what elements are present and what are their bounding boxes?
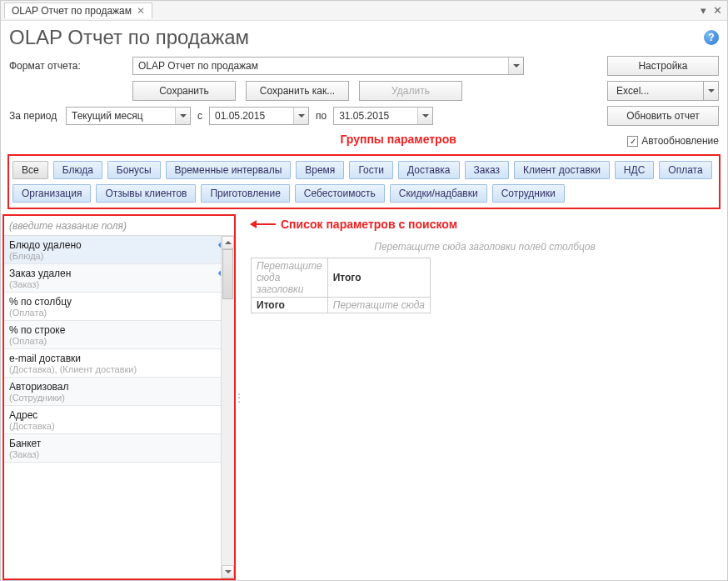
period-value: Текущий месяц <box>67 110 175 122</box>
chevron-down-icon[interactable] <box>293 108 308 124</box>
annotation-groups: Группы параметров <box>9 133 621 146</box>
group-pill[interactable]: Оплата <box>659 161 711 179</box>
field-item[interactable]: Заказ удален(Заказ)♦ <box>4 264 234 293</box>
field-category: (Оплата) <box>9 308 229 318</box>
to-date[interactable]: 31.05.2015 <box>333 107 433 125</box>
settings-button[interactable]: Настройка <box>607 56 719 76</box>
field-item[interactable]: % по столбцу(Оплата) <box>4 293 234 321</box>
chevron-down-icon[interactable] <box>417 108 432 124</box>
group-pill[interactable]: Все <box>12 161 48 179</box>
window-dropdown-icon[interactable]: ▾ <box>701 4 706 17</box>
group-pill[interactable]: Блюда <box>53 161 102 179</box>
parameter-groups: ВсеБлюдаБонусыВременные интервалыВремяГо… <box>7 154 721 209</box>
row-drop-hint-1: Перетащите <box>257 260 322 272</box>
field-name: Авторизовал <box>9 381 229 393</box>
row-drop-hint-2: сюда заголовки <box>257 272 322 295</box>
excel-button[interactable]: Excel... <box>607 81 719 101</box>
auto-refresh-checkbox[interactable] <box>627 136 638 147</box>
period-select[interactable]: Текущий месяц <box>66 107 191 125</box>
field-list: Блюдо удалено(Блюда)♦Заказ удален(Заказ)… <box>4 236 234 578</box>
window-close-icon[interactable]: ✕ <box>713 4 722 17</box>
page-title: OLAP Отчет по продажам <box>9 26 249 49</box>
refresh-button[interactable]: Обновить отчет <box>607 106 719 126</box>
field-category: (Оплата) <box>9 336 229 346</box>
column-drop-hint[interactable]: Перетащите сюда заголовки полей столбцов <box>251 241 719 253</box>
from-label: с <box>197 110 202 122</box>
group-pill[interactable]: Клиент доставки <box>514 161 610 179</box>
splitter-handle[interactable]: ⋮ <box>236 214 242 580</box>
from-date[interactable]: 01.05.2015 <box>209 107 309 125</box>
field-category: (Заказ) <box>9 449 229 459</box>
field-name: Адрес <box>9 409 229 421</box>
group-pill[interactable]: Время <box>296 161 344 179</box>
scroll-up-icon[interactable] <box>222 236 234 249</box>
field-category: (Доставка), (Клиент доставки) <box>9 364 229 374</box>
field-item[interactable]: Адрес(Доставка) <box>4 406 234 434</box>
chevron-down-icon[interactable] <box>175 108 190 124</box>
field-item[interactable]: Банкет(Заказ) <box>4 434 234 463</box>
field-item[interactable]: Авторизовал(Сотрудники) <box>4 378 234 406</box>
annotation-list: Список параметров с поиском <box>281 218 457 231</box>
help-icon[interactable]: ? <box>704 30 719 45</box>
to-label: по <box>316 110 327 122</box>
scroll-thumb[interactable] <box>222 249 233 299</box>
field-name: Блюдо удалено <box>9 239 229 251</box>
field-sidebar: (введите название поля) Блюдо удалено(Бл… <box>2 214 236 580</box>
chevron-down-icon[interactable] <box>508 58 523 74</box>
field-item[interactable]: % по строке(Оплата) <box>4 321 234 349</box>
format-value: OLAP Отчет по продажам <box>133 60 508 72</box>
scroll-down-icon[interactable] <box>222 565 234 578</box>
format-label: Формат отчета: <box>9 60 126 72</box>
from-value: 01.05.2015 <box>210 110 293 122</box>
data-drop-hint[interactable]: Перетащите сюда <box>327 298 430 313</box>
tab-bar: OLAP Отчет по продажам ✕ ▾ ✕ <box>1 1 727 21</box>
field-name: e-mail доставки <box>9 353 229 364</box>
field-category: (Доставка) <box>9 421 229 431</box>
field-name: Заказ удален <box>9 268 229 279</box>
group-pill[interactable]: Доставка <box>398 161 460 179</box>
format-select[interactable]: OLAP Отчет по продажам <box>132 57 524 75</box>
group-pill[interactable]: Гости <box>349 161 393 179</box>
group-pill[interactable]: Себестоимость <box>295 184 385 203</box>
field-category: (Блюда) <box>9 251 229 261</box>
group-pill[interactable]: Бонусы <box>107 161 161 179</box>
period-label: За период <box>9 110 59 122</box>
group-pill[interactable]: Приготовление <box>201 184 289 203</box>
group-pill[interactable]: НДС <box>615 161 654 179</box>
scrollbar[interactable] <box>221 236 234 578</box>
tab-olap-report[interactable]: OLAP Отчет по продажам ✕ <box>4 3 152 18</box>
row-total-header: Итого <box>252 298 328 313</box>
save-as-button[interactable]: Сохранить как... <box>246 81 349 101</box>
pivot-grid[interactable]: Перетащите сюда заголовки Итого Итого Пе… <box>251 258 431 313</box>
field-item[interactable]: Блюдо удалено(Блюда)♦ <box>4 236 234 264</box>
close-icon[interactable]: ✕ <box>137 5 145 17</box>
search-input[interactable]: (введите название поля) <box>4 220 234 232</box>
auto-refresh-label: Автообновление <box>641 135 719 147</box>
col-total-header: Итого <box>327 258 430 298</box>
field-name: % по строке <box>9 324 229 336</box>
to-value: 31.05.2015 <box>334 110 417 122</box>
group-pill[interactable]: Отзывы клиентов <box>96 184 196 203</box>
group-pill[interactable]: Сотрудники <box>492 184 565 203</box>
group-pill[interactable]: Временные интервалы <box>166 161 292 179</box>
tab-label: OLAP Отчет по продажам <box>12 5 132 17</box>
field-category: (Заказ) <box>9 279 229 289</box>
field-item[interactable]: e-mail доставки(Доставка), (Клиент доста… <box>4 349 234 378</box>
field-category: (Сотрудники) <box>9 393 229 403</box>
group-pill[interactable]: Заказ <box>465 161 509 179</box>
group-pill[interactable]: Скидки/надбавки <box>390 184 487 203</box>
arrow-icon <box>251 223 276 225</box>
excel-label: Excel... <box>616 85 649 97</box>
chevron-down-icon[interactable] <box>703 82 718 100</box>
delete-button[interactable]: Удалить <box>359 81 462 101</box>
save-button[interactable]: Сохранить <box>132 81 236 101</box>
field-name: Банкет <box>9 438 229 449</box>
field-name: % по столбцу <box>9 296 229 308</box>
group-pill[interactable]: Организация <box>12 184 91 203</box>
